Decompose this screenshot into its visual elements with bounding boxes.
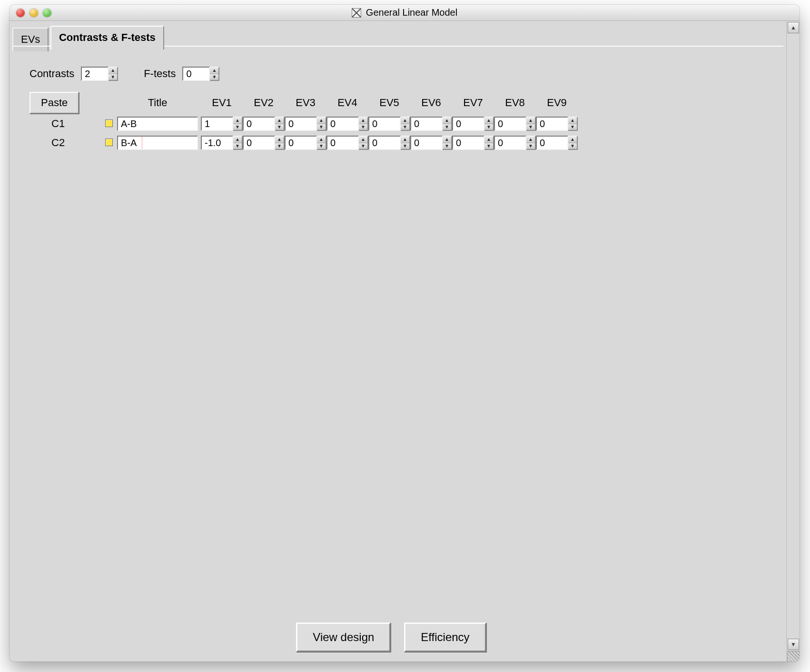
c1-ev3-spinner[interactable]: ▲▼	[285, 117, 326, 131]
c2-ev9-input[interactable]	[536, 136, 568, 150]
color-swatch-c2[interactable]	[105, 138, 113, 146]
ftests-label: F-tests	[144, 68, 176, 80]
chevron-up-icon[interactable]: ▲	[109, 68, 117, 74]
scroll-up-button[interactable]: ▲	[788, 22, 799, 33]
c2-ev9-spinner[interactable]: ▲▼	[536, 136, 578, 150]
c1-ev7-input[interactable]	[452, 117, 484, 131]
contrast-row-c2: C2 ▲▼ ▲▼ ▲▼ ▲▼ ▲▼ ▲▼ ▲▼ ▲▼ ▲▼	[30, 133, 776, 152]
c2-ev2-spinner[interactable]: ▲▼	[243, 136, 285, 150]
chevron-up-icon[interactable]: ▲	[526, 137, 535, 143]
chevron-up-icon[interactable]: ▲	[233, 118, 242, 124]
c2-ev4-input[interactable]	[326, 136, 359, 150]
chevron-down-icon[interactable]: ▼	[401, 124, 409, 130]
c2-ev6-input[interactable]	[410, 136, 443, 150]
chevron-up-icon[interactable]: ▲	[275, 137, 284, 143]
c2-ev1-input[interactable]	[201, 136, 233, 150]
chevron-down-icon[interactable]: ▼	[484, 124, 493, 130]
c2-ev7-input[interactable]	[452, 136, 484, 150]
chevron-down-icon[interactable]: ▼	[568, 124, 577, 130]
chevron-up-icon[interactable]: ▲	[568, 118, 577, 124]
vertical-scrollbar[interactable]: ▲ ▼	[786, 21, 800, 662]
c1-ev8-spinner[interactable]: ▲▼	[494, 117, 536, 131]
c1-ev4-spinner[interactable]: ▲▼	[326, 117, 368, 131]
chevron-up-icon[interactable]: ▲	[275, 118, 284, 124]
chevron-down-icon[interactable]: ▼	[233, 124, 242, 130]
tab-contrasts-ftests[interactable]: Contrasts & F-tests	[50, 26, 164, 49]
ftests-spinner[interactable]: ▲ ▼	[182, 67, 219, 81]
chevron-up-icon[interactable]: ▲	[568, 137, 577, 143]
c1-ev5-input[interactable]	[368, 117, 401, 131]
contrast-title-input-c1[interactable]	[117, 117, 198, 131]
chevron-up-icon[interactable]: ▲	[484, 137, 493, 143]
c2-ev3-spinner[interactable]: ▲▼	[285, 136, 326, 150]
chevron-up-icon[interactable]: ▲	[359, 118, 367, 124]
zoom-window-button[interactable]	[43, 9, 51, 17]
c1-ev5-spinner[interactable]: ▲▼	[368, 117, 410, 131]
chevron-down-icon[interactable]: ▼	[275, 124, 284, 130]
c2-ev5-spinner[interactable]: ▲▼	[368, 136, 410, 150]
c1-ev9-input[interactable]	[536, 117, 568, 131]
c1-ev4-input[interactable]	[326, 117, 359, 131]
color-swatch-c1[interactable]	[105, 119, 113, 127]
efficiency-button[interactable]: Efficiency	[404, 623, 486, 652]
c2-ev6-spinner[interactable]: ▲▼	[410, 136, 452, 150]
c1-ev8-input[interactable]	[494, 117, 526, 131]
c2-ev4-spinner[interactable]: ▲▼	[326, 136, 368, 150]
c1-ev6-spinner[interactable]: ▲▼	[410, 117, 452, 131]
c2-ev8-input[interactable]	[494, 136, 526, 150]
contrasts-spinner[interactable]: ▲ ▼	[81, 67, 118, 81]
c1-ev9-spinner[interactable]: ▲▼	[536, 117, 578, 131]
chevron-down-icon[interactable]: ▼	[275, 143, 284, 149]
chevron-up-icon[interactable]: ▲	[484, 118, 493, 124]
c1-ev1-input[interactable]	[201, 117, 233, 131]
c1-ev2-input[interactable]	[243, 117, 275, 131]
contrasts-input[interactable]	[81, 67, 109, 81]
chevron-down-icon[interactable]: ▼	[233, 143, 242, 149]
chevron-up-icon[interactable]: ▲	[317, 137, 326, 143]
chevron-down-icon[interactable]: ▼	[568, 143, 577, 149]
chevron-down-icon[interactable]: ▼	[401, 143, 409, 149]
minimize-window-button[interactable]	[30, 9, 38, 17]
c1-ev2-spinner[interactable]: ▲▼	[243, 117, 285, 131]
chevron-down-icon[interactable]: ▼	[317, 124, 326, 130]
c2-ev5-input[interactable]	[368, 136, 401, 150]
chevron-down-icon[interactable]: ▼	[359, 143, 367, 149]
chevron-up-icon[interactable]: ▲	[210, 68, 218, 74]
chevron-down-icon[interactable]: ▼	[526, 143, 535, 149]
chevron-down-icon[interactable]: ▼	[526, 124, 535, 130]
chevron-up-icon[interactable]: ▲	[443, 137, 451, 143]
chevron-up-icon[interactable]: ▲	[317, 118, 326, 124]
ftests-stepper[interactable]: ▲ ▼	[210, 67, 219, 81]
c1-ev6-input[interactable]	[410, 117, 443, 131]
paste-button[interactable]: Paste	[30, 92, 79, 114]
chevron-down-icon[interactable]: ▼	[210, 74, 218, 80]
chevron-up-icon[interactable]: ▲	[443, 118, 451, 124]
c2-ev3-input[interactable]	[285, 136, 317, 150]
resize-grip-icon[interactable]	[787, 651, 800, 662]
ftests-input[interactable]	[182, 67, 210, 81]
chevron-up-icon[interactable]: ▲	[359, 137, 367, 143]
c1-ev1-spinner[interactable]: ▲▼	[201, 117, 243, 131]
close-window-button[interactable]	[16, 9, 25, 17]
chevron-down-icon[interactable]: ▼	[443, 124, 451, 130]
chevron-down-icon[interactable]: ▼	[484, 143, 493, 149]
chevron-up-icon[interactable]: ▲	[233, 137, 242, 143]
chevron-down-icon[interactable]: ▼	[109, 74, 117, 80]
c2-ev1-spinner[interactable]: ▲▼	[201, 136, 243, 150]
chevron-down-icon[interactable]: ▼	[359, 124, 367, 130]
chevron-down-icon[interactable]: ▼	[443, 143, 451, 149]
view-design-button[interactable]: View design	[296, 623, 391, 652]
chevron-up-icon[interactable]: ▲	[401, 118, 409, 124]
chevron-down-icon[interactable]: ▼	[317, 143, 326, 149]
chevron-up-icon[interactable]: ▲	[526, 118, 535, 124]
contrasts-stepper[interactable]: ▲ ▼	[109, 67, 118, 81]
c2-ev7-spinner[interactable]: ▲▼	[452, 136, 494, 150]
chevron-up-icon[interactable]: ▲	[401, 137, 409, 143]
c1-ev7-spinner[interactable]: ▲▼	[452, 117, 494, 131]
scroll-down-button[interactable]: ▼	[788, 639, 799, 650]
c2-ev2-input[interactable]	[243, 136, 275, 150]
c1-ev3-input[interactable]	[285, 117, 317, 131]
contrast-title-input-c2[interactable]	[117, 136, 198, 150]
title-bar[interactable]: General Linear Model	[10, 5, 800, 21]
c2-ev8-spinner[interactable]: ▲▼	[494, 136, 536, 150]
